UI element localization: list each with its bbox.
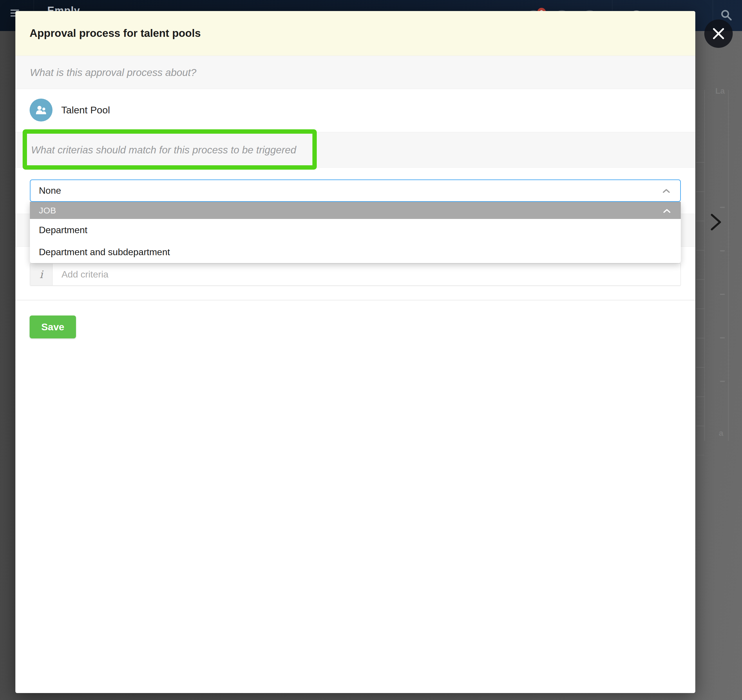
- process-type-label: Talent Pool: [61, 103, 110, 117]
- criteria-dropdown: JOB Department Department and subdepartm…: [30, 202, 681, 263]
- criteria-type-select[interactable]: None: [30, 179, 681, 202]
- modal-header: Approval process for talent pools: [15, 11, 695, 56]
- background-table-text: La: [716, 87, 725, 96]
- modal-title: Approval process for talent pools: [29, 11, 201, 56]
- background-dash: [720, 337, 725, 338]
- add-criteria-row: i: [30, 263, 681, 285]
- approval-process-modal: Approval process for talent pools What i…: [15, 11, 695, 693]
- screen: Emply 9 La a Approval process for talent…: [0, 0, 742, 700]
- background-table-text: a: [719, 429, 723, 438]
- background-dash: [720, 207, 725, 208]
- dropdown-group-label: JOB: [39, 202, 56, 219]
- add-criteria-input[interactable]: [53, 263, 680, 285]
- background-dash: [720, 381, 725, 382]
- about-field[interactable]: What is this approval process about?: [15, 56, 695, 89]
- dropdown-group-header: JOB: [30, 202, 681, 219]
- dropdown-option-department[interactable]: Department: [30, 219, 681, 241]
- info-icon: i: [30, 263, 53, 285]
- next-arrow-icon[interactable]: [709, 213, 723, 233]
- dropdown-option-label: Department: [39, 219, 87, 241]
- chevron-up-icon: [663, 189, 670, 194]
- close-icon[interactable]: [704, 19, 733, 48]
- background-table-line: [704, 90, 705, 441]
- chevron-up-icon: [663, 209, 670, 214]
- criteria-select-value: None: [39, 180, 61, 201]
- dropdown-option-department-subdepartment[interactable]: Department and subdepartment: [30, 241, 681, 263]
- dropdown-option-label: Department and subdepartment: [39, 241, 170, 263]
- background-dash: [720, 294, 725, 295]
- criteria-field[interactable]: What criterias should match for this pro…: [15, 132, 695, 168]
- save-button[interactable]: Save: [29, 316, 76, 338]
- background-dash: [720, 250, 725, 251]
- talent-pool-icon: [29, 99, 53, 122]
- about-placeholder: What is this approval process about?: [15, 56, 695, 89]
- section-divider: [15, 300, 695, 300]
- background-table-rows: [696, 133, 704, 455]
- background-table-line: [728, 90, 729, 441]
- criteria-placeholder: What criterias should match for this pro…: [15, 132, 695, 167]
